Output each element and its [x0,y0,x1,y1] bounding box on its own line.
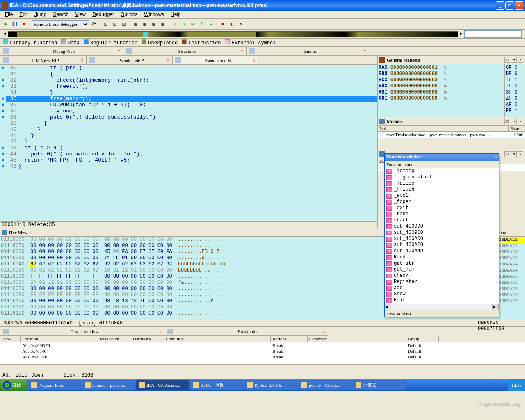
function-item[interactable]: f_rand [385,211,499,217]
code-line[interactable]: 34 } [0,89,377,96]
funcwin-close[interactable]: × [495,154,497,161]
code-line[interactable]: ●37 --v_num; [0,108,377,114]
function-item[interactable]: fget_str [385,260,499,267]
tool-btn-2[interactable]: ◫ [111,20,119,28]
code-line[interactable]: ●35 free(memory); [0,96,377,102]
code-line[interactable]: ●45 return *MK_FP(__FS__, 40LL) ^ v5; [0,157,377,163]
code-line[interactable]: ●33 free(ptr); [0,83,377,89]
menu-windows[interactable]: Windows [141,11,167,18]
bottom-tab[interactable]: Output window× [0,327,164,336]
taskbar-button[interactable]: 计算器 [352,380,406,390]
step-btn-1[interactable]: ↴ [171,20,179,28]
nav-strip[interactable] [8,31,458,37]
taskbar-button[interactable]: Program Files [27,380,81,390]
code-line[interactable]: ●30 if ( ptr ) [0,65,377,71]
pseudocode-view[interactable]: ●30 if ( ptr )31 {●32 check((int)memory,… [0,65,377,221]
bp-btn-3[interactable]: ⊗ [237,20,245,28]
sub-tab[interactable]: Pseudocode-B× [172,56,258,64]
refresh-button[interactable]: ⟳ [90,20,98,28]
tool-btn-1[interactable]: ◫ [102,20,110,28]
pause-button[interactable]: ❚❚ [11,20,19,28]
breakpoint-row[interactable]: Abs 0x401404BreakDefault [0,348,525,354]
code-line[interactable]: ●44 puts_0(":( no matched vuln info."); [0,151,377,157]
function-item[interactable]: fsub_400A20 [385,242,499,248]
taskbar-button[interactable]: 3.JPG - 画图 [190,380,243,390]
menu-file[interactable]: File [2,11,16,18]
code-line[interactable]: ●36 LODWORD(table[2 * i + 4]) = 0; [0,102,377,108]
function-item[interactable]: fcheck [385,273,499,279]
menu-edit[interactable]: Edit [16,11,31,18]
maximize-button[interactable]: □ [505,1,514,10]
nav-arrow-left[interactable]: ◄ [3,31,6,37]
run-button[interactable]: ▶ [2,20,10,28]
function-item[interactable]: fsub_400A00 [385,236,499,242]
function-item[interactable]: f_fopen [385,199,499,205]
function-item[interactable]: fsub_4009C0 [385,230,499,236]
function-item[interactable]: fsub_400990 [385,224,499,230]
minimize-button[interactable]: _ [496,1,504,10]
function-item[interactable]: fstart [385,217,499,224]
breakpoint-row[interactable]: Abs 0x400DF6BreakDefault [0,342,525,348]
main-tab[interactable]: Enums× [246,47,369,55]
sub-tab[interactable]: Pseudocode-A× [86,56,172,64]
functions-window[interactable]: Functions window× Function name f_memcmp… [384,153,499,317]
function-item[interactable]: fRandom [385,254,499,260]
function-item[interactable]: f.__gmon_start__ [385,174,499,180]
menu-debugger[interactable]: Debugger [89,11,117,18]
nav-arrow-right[interactable]: ► [460,31,463,37]
function-item[interactable]: f_memcmp [385,168,499,174]
register-row[interactable]: RDX 0000000000000000 ↳ [379,83,504,89]
tool-btn-3[interactable]: ◫ [120,20,128,28]
menu-search[interactable]: Search [50,11,72,18]
step-btn-4[interactable]: ⤒ [198,20,206,28]
menu-options[interactable]: Options [117,11,141,18]
step-btn-2[interactable]: ↷ [180,20,188,28]
taskbar-button[interactable]: poc.py - C:\Do... [298,380,352,390]
tool-btn-5[interactable]: ▦ [141,20,149,28]
function-item[interactable]: f_fflush [385,187,499,193]
system-tray[interactable]: 12:15 [508,379,525,391]
debugger-select[interactable]: Remote Linux debugger [32,20,89,28]
modules-table[interactable]: PathBase 📄/root/Desktop/baimao---pwn-mas… [378,126,525,138]
main-tab[interactable]: Debug View× [0,47,123,55]
function-item[interactable]: f_atol [385,193,499,199]
function-item[interactable]: f_malloc [385,180,499,187]
nav-dropdown[interactable] [464,30,522,38]
register-row[interactable]: RDI 0000000000000000 ↳ [379,96,504,102]
close-button[interactable]: × [515,1,523,10]
function-item[interactable]: fEdit [385,297,499,304]
code-line[interactable]: 31 { [0,71,377,77]
register-row[interactable]: RAX 0000000000000001 ↳ [379,65,504,71]
menu-jump[interactable]: Jump [31,11,50,18]
bp-btn-2[interactable]: ◐ [228,20,236,28]
code-line[interactable]: 39 } [0,120,377,126]
flags-list[interactable]: OF 0DF 0IF 1TF 0SF 0ZF 0AF 0PF 1 [504,64,525,117]
code-line[interactable]: 41 } [0,132,377,139]
breakpoints-table[interactable]: TypeLocationPass countHardwareConditionA… [0,336,525,364]
code-line[interactable]: ●38 puts_0(":) delete successfully."); [0,114,377,120]
menu-view[interactable]: View [72,11,89,18]
step-btn-5[interactable]: ⇥ [207,20,215,28]
function-item[interactable]: fShow [385,291,499,297]
code-line[interactable]: ●32 check((int)memory, (int)ptr); [0,77,377,83]
register-row[interactable]: RSI 0000000000000000 ↳ [379,89,504,96]
tool-btn-4[interactable]: ▦ [132,20,140,28]
code-line[interactable]: ●43 if ( i > 9 ) [0,145,377,151]
menu-help[interactable]: Help [167,11,184,18]
breakpoint-row[interactable]: Abs 0x401410BreakDefault [0,354,525,360]
taskbar-button[interactable]: baimao---pwn-m... [82,380,135,390]
code-line[interactable]: 42 } [0,139,377,145]
function-item[interactable]: fadd [385,285,499,291]
tool-btn-6[interactable]: ▦ [150,20,158,28]
step-btn-3[interactable]: ↦ [189,20,197,28]
panel-dock-button[interactable]: □ [504,57,510,63]
start-button[interactable]: 开始 [0,379,27,391]
panel-pin-button[interactable]: ▾ [511,57,517,63]
sub-tab[interactable]: IDA View-RIP× [0,56,86,64]
register-row[interactable]: RCX 0000000000000062 ↳ [379,77,504,83]
main-tab[interactable]: Structures× [123,47,246,55]
register-row[interactable]: RBX 0000000000000000 ↳ [379,71,504,77]
panel-close-button[interactable]: × [518,57,523,63]
function-item[interactable]: f_exit [385,205,499,211]
function-item[interactable]: fRegister [385,279,499,285]
